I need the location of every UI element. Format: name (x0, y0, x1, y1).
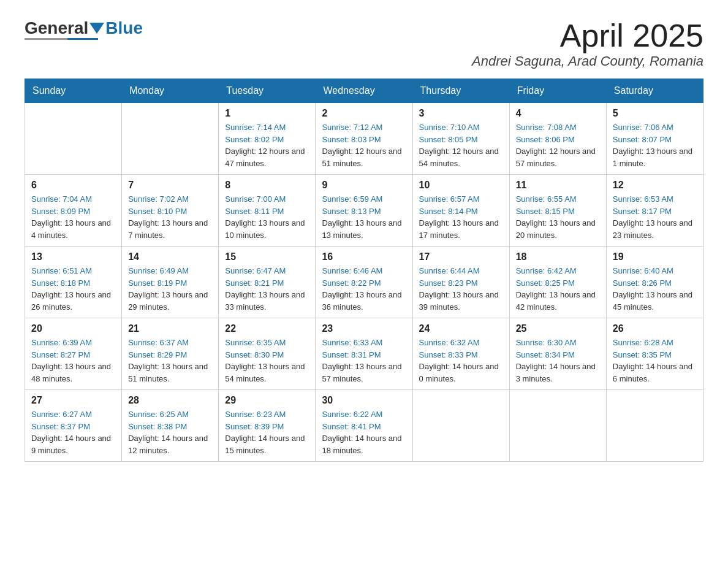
day-info: Sunrise: 6:27 AMSunset: 8:37 PMDaylight:… (31, 408, 115, 456)
sunrise-time: Sunrise: 6:32 AM (419, 338, 480, 347)
sunset-time: Sunset: 8:38 PM (128, 422, 187, 431)
calendar-day-cell: 10Sunrise: 6:57 AMSunset: 8:14 PMDayligh… (412, 175, 509, 247)
daylight-duration: Daylight: 14 hours and 9 minutes. (31, 434, 111, 455)
calendar-day-cell: 16Sunrise: 6:46 AMSunset: 8:22 PMDayligh… (316, 247, 412, 318)
daylight-duration: Daylight: 13 hours and 23 minutes. (613, 218, 692, 240)
sunrise-time: Sunrise: 7:02 AM (128, 194, 189, 204)
logo-general-text: General (25, 18, 88, 38)
daylight-duration: Daylight: 13 hours and 54 minutes. (225, 362, 305, 383)
logo-arrow-icon (89, 23, 104, 34)
calendar-day-cell: 5Sunrise: 7:06 AMSunset: 8:07 PMDaylight… (606, 103, 703, 175)
day-number: 7 (128, 180, 212, 191)
sunrise-time: Sunrise: 6:47 AM (225, 266, 286, 275)
daylight-duration: Daylight: 14 hours and 3 minutes. (516, 362, 596, 383)
day-number: 23 (322, 323, 406, 334)
sunset-time: Sunset: 8:13 PM (322, 207, 381, 216)
sunrise-time: Sunrise: 6:49 AM (128, 266, 189, 275)
day-info: Sunrise: 7:10 AMSunset: 8:05 PMDaylight:… (419, 121, 503, 169)
page-header: General Blue April 2025 Andrei Saguna, A… (25, 18, 703, 69)
daylight-duration: Daylight: 13 hours and 51 minutes. (128, 362, 208, 383)
sunset-time: Sunset: 8:35 PM (613, 350, 672, 359)
daylight-duration: Daylight: 14 hours and 6 minutes. (613, 362, 692, 383)
daylight-duration: Daylight: 13 hours and 42 minutes. (516, 290, 596, 312)
sunrise-time: Sunrise: 7:12 AM (322, 123, 382, 132)
day-info: Sunrise: 6:44 AMSunset: 8:23 PMDaylight:… (419, 265, 503, 313)
sunrise-time: Sunrise: 6:57 AM (419, 194, 480, 204)
day-info: Sunrise: 7:04 AMSunset: 8:09 PMDaylight:… (31, 193, 115, 241)
calendar-day-cell (412, 390, 509, 462)
day-info: Sunrise: 7:02 AMSunset: 8:10 PMDaylight:… (128, 193, 212, 241)
sunrise-time: Sunrise: 6:59 AM (322, 194, 382, 204)
day-info: Sunrise: 6:23 AMSunset: 8:39 PMDaylight:… (225, 408, 309, 456)
calendar-day-cell: 13Sunrise: 6:51 AMSunset: 8:18 PMDayligh… (25, 247, 122, 318)
sunset-time: Sunset: 8:27 PM (31, 350, 90, 359)
sunrise-time: Sunrise: 7:10 AM (419, 123, 480, 132)
day-info: Sunrise: 6:40 AMSunset: 8:26 PMDaylight:… (613, 265, 697, 313)
daylight-duration: Daylight: 13 hours and 29 minutes. (128, 290, 208, 312)
calendar-day-cell (606, 390, 703, 462)
day-number: 25 (516, 323, 600, 334)
weekday-header-thursday: Thursday (412, 79, 509, 103)
daylight-duration: Daylight: 13 hours and 13 minutes. (322, 218, 401, 240)
daylight-duration: Daylight: 12 hours and 47 minutes. (225, 147, 305, 168)
daylight-duration: Daylight: 13 hours and 48 minutes. (31, 362, 111, 383)
day-number: 14 (128, 251, 212, 262)
daylight-duration: Daylight: 13 hours and 4 minutes. (31, 218, 111, 240)
day-info: Sunrise: 7:14 AMSunset: 8:02 PMDaylight:… (225, 121, 309, 169)
calendar-week-row: 1Sunrise: 7:14 AMSunset: 8:02 PMDaylight… (25, 103, 703, 175)
calendar-header: SundayMondayTuesdayWednesdayThursdayFrid… (25, 79, 703, 103)
day-info: Sunrise: 6:42 AMSunset: 8:25 PMDaylight:… (516, 265, 600, 313)
day-number: 13 (31, 251, 115, 262)
sunrise-time: Sunrise: 6:25 AM (128, 410, 189, 419)
day-number: 11 (516, 180, 600, 191)
sunset-time: Sunset: 8:14 PM (419, 207, 478, 216)
sunrise-time: Sunrise: 6:30 AM (516, 338, 577, 347)
day-number: 30 (322, 395, 406, 406)
calendar-day-cell: 24Sunrise: 6:32 AMSunset: 8:33 PMDayligh… (412, 318, 509, 390)
day-info: Sunrise: 6:35 AMSunset: 8:30 PMDaylight:… (225, 337, 309, 385)
sunrise-time: Sunrise: 6:27 AM (31, 410, 92, 419)
day-number: 26 (613, 323, 697, 334)
calendar-day-cell: 20Sunrise: 6:39 AMSunset: 8:27 PMDayligh… (25, 318, 122, 390)
daylight-duration: Daylight: 14 hours and 0 minutes. (419, 362, 499, 383)
calendar-day-cell: 1Sunrise: 7:14 AMSunset: 8:02 PMDaylight… (219, 103, 316, 175)
calendar-day-cell: 6Sunrise: 7:04 AMSunset: 8:09 PMDaylight… (25, 175, 122, 247)
day-info: Sunrise: 6:37 AMSunset: 8:29 PMDaylight:… (128, 337, 212, 385)
sunrise-time: Sunrise: 7:08 AM (516, 123, 577, 132)
daylight-duration: Daylight: 13 hours and 45 minutes. (613, 290, 692, 312)
weekday-header-sunday: Sunday (25, 79, 122, 103)
sunrise-time: Sunrise: 6:55 AM (516, 194, 577, 204)
day-number: 20 (31, 323, 115, 334)
day-info: Sunrise: 6:55 AMSunset: 8:15 PMDaylight:… (516, 193, 600, 241)
sunset-time: Sunset: 8:33 PM (419, 350, 478, 359)
day-number: 1 (225, 108, 309, 119)
sunset-time: Sunset: 8:30 PM (225, 350, 284, 359)
weekday-header-wednesday: Wednesday (316, 79, 412, 103)
sunrise-time: Sunrise: 6:44 AM (419, 266, 480, 275)
day-number: 24 (419, 323, 503, 334)
daylight-duration: Daylight: 12 hours and 54 minutes. (419, 147, 499, 168)
sunset-time: Sunset: 8:31 PM (322, 350, 381, 359)
sunrise-time: Sunrise: 6:46 AM (322, 266, 382, 275)
sunset-time: Sunset: 8:15 PM (516, 207, 575, 216)
calendar-body: 1Sunrise: 7:14 AMSunset: 8:02 PMDaylight… (25, 103, 703, 462)
daylight-duration: Daylight: 13 hours and 36 minutes. (322, 290, 401, 312)
sunset-time: Sunset: 8:39 PM (225, 422, 284, 431)
calendar-day-cell: 4Sunrise: 7:08 AMSunset: 8:06 PMDaylight… (509, 103, 606, 175)
calendar-day-cell (122, 103, 219, 175)
day-number: 19 (613, 251, 697, 262)
day-number: 8 (225, 180, 309, 191)
weekday-header-friday: Friday (509, 79, 606, 103)
day-number: 21 (128, 323, 212, 334)
day-info: Sunrise: 6:25 AMSunset: 8:38 PMDaylight:… (128, 408, 212, 456)
calendar-day-cell: 3Sunrise: 7:10 AMSunset: 8:05 PMDaylight… (412, 103, 509, 175)
sunset-time: Sunset: 8:09 PM (31, 207, 90, 216)
day-number: 22 (225, 323, 309, 334)
day-info: Sunrise: 7:00 AMSunset: 8:11 PMDaylight:… (225, 193, 309, 241)
calendar-day-cell: 26Sunrise: 6:28 AMSunset: 8:35 PMDayligh… (606, 318, 703, 390)
calendar-day-cell (509, 390, 606, 462)
sunrise-time: Sunrise: 7:06 AM (613, 123, 673, 132)
calendar-day-cell: 11Sunrise: 6:55 AMSunset: 8:15 PMDayligh… (509, 175, 606, 247)
logo-line-blue (67, 38, 98, 40)
sunset-time: Sunset: 8:21 PM (225, 278, 284, 288)
